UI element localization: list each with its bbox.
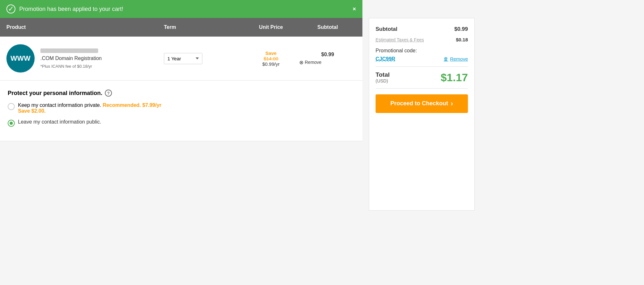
radio-label-public: Leave my contact information public. [18,119,101,125]
subtotal-price: $0.99 [299,52,356,57]
taxes-row: Estimated Taxes & Fees $0.18 [376,37,468,43]
col-header-subtotal: Subtotal [299,24,356,30]
product-name: .COM Domain Registration [40,56,102,61]
order-summary-sidebar: Subtotal $0.99 Estimated Taxes & Fees $0… [369,18,475,211]
total-label-col: Total (USD) [376,71,390,83]
product-info: WWW .COM Domain Registration *Plus ICANN… [6,44,164,73]
col-header-product: Product [6,24,164,30]
promo-code-label: Promotional code: [376,48,468,54]
radio-option-private[interactable]: Keep my contact information private. Rec… [8,102,355,114]
col-header-term: Term [164,24,243,30]
promo-code-section: Promotional code: CJC99R 🗑 Remove [376,48,468,62]
privacy-section: Protect your personal information. ? Kee… [0,81,362,141]
privacy-title: Protect your personal information. ? [8,90,355,97]
promo-close-icon[interactable]: × [352,6,356,13]
promo-code-value: CJC99R [376,56,395,62]
total-usd: (USD) [376,78,390,83]
help-icon[interactable]: ? [105,90,112,97]
total-row: Total (USD) $1.17 [376,71,468,84]
term-selector-cell: 1 Year 2 Years 5 Years [164,53,243,64]
original-price: $14.00 [242,56,299,61]
radio-public[interactable] [8,120,15,127]
main-content: Product Term Unit Price Subtotal WWW .CO… [0,18,362,141]
current-price: $0.99/yr [242,61,299,67]
subtotal-row: Subtotal $0.99 [376,26,468,32]
promo-code-row: CJC99R 🗑 Remove [376,56,468,62]
save-label: Save [242,50,299,56]
promo-message: Promotion has been applied to your cart! [19,6,123,13]
save-amount: Save $2.00. [18,108,46,114]
remove-promo-button[interactable]: 🗑 Remove [444,56,468,62]
cart-item: WWW .COM Domain Registration *Plus ICANN… [0,37,362,81]
total-label: Total [376,71,390,78]
promo-banner: ✓ Promotion has been applied to your car… [0,0,362,18]
subtotal-value: $0.99 [454,26,468,32]
remove-circle-icon: ⊗ [299,59,303,65]
radio-private[interactable] [8,103,15,110]
www-icon: WWW [6,44,35,73]
icann-fee: *Plus ICANN fee of $0.18/yr [40,64,102,69]
cart-table-header: Product Term Unit Price Subtotal [0,18,362,37]
promo-check-icon: ✓ [6,4,15,13]
divider [376,66,468,67]
total-value: $1.17 [441,71,468,84]
radio-option-public[interactable]: Leave my contact information public. [8,119,355,127]
remove-item-button[interactable]: ⊗ Remove [299,59,356,65]
recommended-text: Recommended. $7.99/yr [103,102,161,108]
subtotal-cell: $0.99 ⊗ Remove [299,52,356,65]
unit-price-cell: Save $14.00 $0.99/yr [242,50,299,67]
taxes-label[interactable]: Estimated Taxes & Fees [376,37,424,43]
product-details: .COM Domain Registration *Plus ICANN fee… [40,48,102,69]
domain-name-blurred [40,48,98,53]
col-header-unit-price: Unit Price [242,24,299,30]
radio-label-private: Keep my contact information private. Rec… [18,102,161,114]
checkout-button[interactable]: Proceed to Checkout › [376,94,468,113]
subtotal-label: Subtotal [376,26,397,32]
trash-icon: 🗑 [444,56,448,62]
divider-2 [376,88,468,89]
taxes-value: $0.18 [456,37,468,42]
term-select[interactable]: 1 Year 2 Years 5 Years [164,53,202,64]
